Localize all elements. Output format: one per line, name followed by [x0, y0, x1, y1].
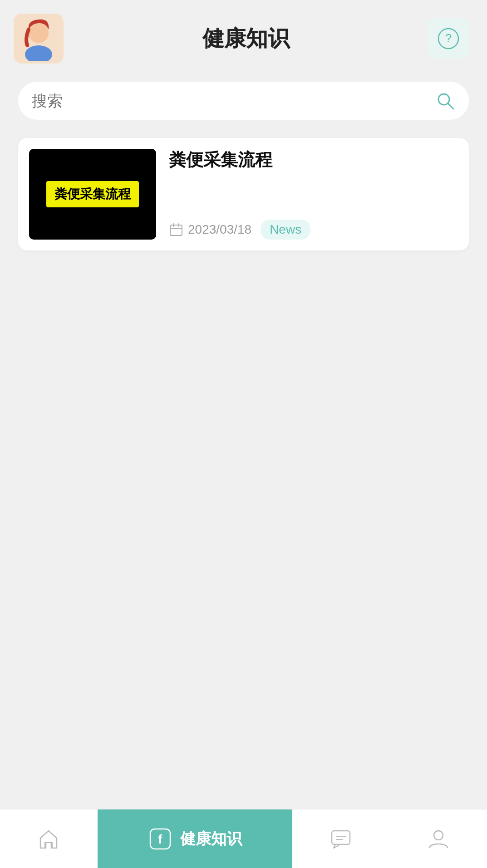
svg-rect-12 [332, 831, 350, 844]
svg-rect-6 [170, 225, 182, 235]
search-button[interactable] [435, 91, 455, 111]
svg-text:f: f [158, 832, 163, 846]
nav-item-health-knowledge[interactable]: f 健康知识 [98, 809, 292, 868]
avatar[interactable] [14, 14, 64, 64]
nav-active-label: 健康知识 [180, 829, 242, 849]
nav-item-profile[interactable] [389, 809, 487, 868]
calendar-icon [169, 222, 183, 237]
svg-text:?: ? [445, 31, 452, 45]
svg-point-1 [29, 23, 49, 43]
search-icon [435, 91, 455, 111]
article-date: 2023/03/18 [169, 222, 251, 237]
bottom-navigation: f 健康知识 [0, 809, 487, 868]
nav-item-home[interactable] [0, 809, 98, 868]
category-badge: News [261, 220, 310, 240]
search-input[interactable] [32, 92, 435, 110]
nav-active-content: f 健康知识 [148, 826, 242, 852]
date-text: 2023/03/18 [188, 222, 251, 237]
article-title: 粪便采集流程 [169, 149, 458, 171]
health-active-icon: f [148, 826, 173, 852]
chat-icon [329, 827, 353, 851]
profile-icon [427, 827, 450, 851]
content-area: 粪便采集流程 粪便采集流程 2023/03/18 News [0, 133, 487, 255]
svg-point-0 [25, 45, 52, 61]
nav-item-chat[interactable] [292, 809, 390, 868]
article-meta: 2023/03/18 News [169, 220, 458, 240]
article-info: 粪便采集流程 2023/03/18 News [169, 149, 458, 240]
search-bar [18, 82, 469, 120]
svg-point-15 [434, 831, 443, 840]
article-card[interactable]: 粪便采集流程 粪便采集流程 2023/03/18 News [18, 138, 469, 250]
home-icon [37, 827, 60, 851]
help-button[interactable]: ? [428, 18, 469, 59]
article-thumbnail: 粪便采集流程 [29, 149, 156, 240]
thumbnail-label: 粪便采集流程 [46, 181, 139, 207]
svg-line-5 [448, 103, 453, 109]
header: 健康知识 ? [0, 0, 487, 73]
help-icon: ? [437, 27, 460, 50]
page-title: 健康知识 [64, 24, 428, 53]
